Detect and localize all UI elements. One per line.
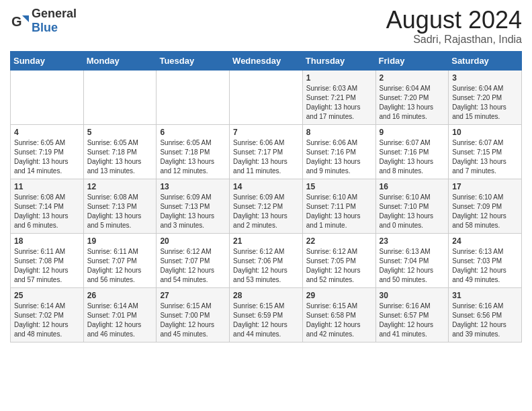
day-number: 29: [306, 291, 372, 300]
calendar-week-row: 25Sunrise: 6:14 AM Sunset: 7:02 PM Dayli…: [11, 287, 522, 342]
day-info: Sunrise: 6:05 AM Sunset: 7:18 PM Dayligh…: [87, 138, 153, 176]
logo-blue: Blue: [32, 21, 58, 34]
logo-icon: G: [10, 11, 29, 30]
calendar-cell: 21Sunrise: 6:12 AM Sunset: 7:06 PM Dayli…: [230, 233, 303, 287]
day-info: Sunrise: 6:10 AM Sunset: 7:11 PM Dayligh…: [306, 193, 372, 230]
calendar-cell: 15Sunrise: 6:10 AM Sunset: 7:11 PM Dayli…: [302, 179, 375, 233]
month-year-title: August 2024: [386, 7, 522, 34]
weekday-header-thursday: Thursday: [302, 51, 375, 70]
day-number: 28: [233, 291, 299, 300]
day-number: 18: [14, 236, 80, 246]
calendar-cell: 14Sunrise: 6:09 AM Sunset: 7:12 PM Dayli…: [230, 179, 303, 233]
calendar-cell: 7Sunrise: 6:06 AM Sunset: 7:17 PM Daylig…: [230, 124, 303, 179]
calendar-cell: 20Sunrise: 6:12 AM Sunset: 7:07 PM Dayli…: [157, 233, 230, 287]
calendar-cell: 26Sunrise: 6:14 AM Sunset: 7:01 PM Dayli…: [83, 287, 157, 342]
day-info: Sunrise: 6:04 AM Sunset: 7:20 PM Dayligh…: [452, 84, 518, 122]
day-info: Sunrise: 6:05 AM Sunset: 7:19 PM Dayligh…: [14, 138, 80, 176]
logo: G General Blue: [10, 7, 77, 35]
calendar-cell: [11, 70, 84, 124]
calendar-cell: 12Sunrise: 6:08 AM Sunset: 7:13 PM Dayli…: [83, 179, 157, 233]
day-info: Sunrise: 6:13 AM Sunset: 7:03 PM Dayligh…: [452, 247, 518, 285]
calendar-cell: 2Sunrise: 6:04 AM Sunset: 7:20 PM Daylig…: [375, 70, 449, 124]
day-info: Sunrise: 6:12 AM Sunset: 7:06 PM Dayligh…: [233, 247, 299, 285]
calendar-cell: 10Sunrise: 6:07 AM Sunset: 7:15 PM Dayli…: [449, 124, 522, 179]
day-number: 19: [87, 236, 153, 246]
day-info: Sunrise: 6:10 AM Sunset: 7:10 PM Dayligh…: [380, 193, 445, 230]
day-info: Sunrise: 6:12 AM Sunset: 7:05 PM Dayligh…: [306, 247, 372, 285]
day-number: 26: [87, 291, 153, 300]
calendar-cell: 4Sunrise: 6:05 AM Sunset: 7:19 PM Daylig…: [11, 124, 84, 179]
calendar-cell: 31Sunrise: 6:16 AM Sunset: 6:56 PM Dayli…: [449, 287, 522, 342]
calendar-cell: 5Sunrise: 6:05 AM Sunset: 7:18 PM Daylig…: [83, 124, 157, 179]
day-info: Sunrise: 6:09 AM Sunset: 7:13 PM Dayligh…: [160, 193, 226, 230]
day-number: 12: [87, 182, 153, 191]
title-area: August 2024 Sadri, Rajasthan, India: [386, 7, 522, 46]
weekday-header-sunday: Sunday: [11, 51, 84, 70]
weekday-header-tuesday: Tuesday: [157, 51, 230, 70]
weekday-header-monday: Monday: [83, 51, 157, 70]
day-number: 30: [380, 291, 445, 300]
calendar-cell: 28Sunrise: 6:15 AM Sunset: 6:59 PM Dayli…: [230, 287, 303, 342]
day-number: 1: [306, 73, 372, 83]
day-number: 11: [14, 182, 80, 191]
calendar-week-row: 1Sunrise: 6:03 AM Sunset: 7:21 PM Daylig…: [11, 70, 522, 124]
weekday-header-saturday: Saturday: [449, 51, 522, 70]
calendar-cell: 8Sunrise: 6:06 AM Sunset: 7:16 PM Daylig…: [302, 124, 375, 179]
day-info: Sunrise: 6:11 AM Sunset: 7:07 PM Dayligh…: [87, 247, 153, 285]
calendar-cell: 22Sunrise: 6:12 AM Sunset: 7:05 PM Dayli…: [302, 233, 375, 287]
day-info: Sunrise: 6:14 AM Sunset: 7:01 PM Dayligh…: [87, 302, 153, 339]
day-number: 2: [380, 73, 445, 83]
day-number: 8: [306, 128, 372, 137]
day-info: Sunrise: 6:07 AM Sunset: 7:16 PM Dayligh…: [380, 138, 445, 176]
calendar-cell: 24Sunrise: 6:13 AM Sunset: 7:03 PM Dayli…: [449, 233, 522, 287]
calendar-cell: 17Sunrise: 6:10 AM Sunset: 7:09 PM Dayli…: [449, 179, 522, 233]
calendar-cell: 30Sunrise: 6:16 AM Sunset: 6:57 PM Dayli…: [375, 287, 449, 342]
day-number: 13: [160, 182, 226, 191]
day-number: 23: [380, 236, 445, 246]
day-number: 4: [14, 128, 80, 137]
calendar-cell: 6Sunrise: 6:05 AM Sunset: 7:18 PM Daylig…: [157, 124, 230, 179]
day-info: Sunrise: 6:15 AM Sunset: 7:00 PM Dayligh…: [160, 302, 226, 339]
calendar-cell: 27Sunrise: 6:15 AM Sunset: 7:00 PM Dayli…: [157, 287, 230, 342]
svg-text:G: G: [11, 14, 22, 29]
calendar-cell: 23Sunrise: 6:13 AM Sunset: 7:04 PM Dayli…: [375, 233, 449, 287]
day-info: Sunrise: 6:08 AM Sunset: 7:14 PM Dayligh…: [14, 193, 80, 230]
day-info: Sunrise: 6:16 AM Sunset: 6:56 PM Dayligh…: [452, 302, 518, 339]
svg-marker-1: [22, 15, 29, 22]
logo-general: General: [32, 7, 77, 20]
calendar-cell: 25Sunrise: 6:14 AM Sunset: 7:02 PM Dayli…: [11, 287, 84, 342]
day-info: Sunrise: 6:15 AM Sunset: 6:59 PM Dayligh…: [233, 302, 299, 339]
day-number: 10: [452, 128, 518, 137]
calendar-table: SundayMondayTuesdayWednesdayThursdayFrid…: [10, 51, 522, 342]
calendar-cell: 11Sunrise: 6:08 AM Sunset: 7:14 PM Dayli…: [11, 179, 84, 233]
day-number: 6: [160, 128, 226, 137]
calendar-cell: 29Sunrise: 6:15 AM Sunset: 6:58 PM Dayli…: [302, 287, 375, 342]
day-info: Sunrise: 6:06 AM Sunset: 7:16 PM Dayligh…: [306, 138, 372, 176]
calendar-cell: [230, 70, 303, 124]
day-info: Sunrise: 6:05 AM Sunset: 7:18 PM Dayligh…: [160, 138, 226, 176]
day-number: 16: [380, 182, 445, 191]
day-info: Sunrise: 6:07 AM Sunset: 7:15 PM Dayligh…: [452, 138, 518, 176]
day-info: Sunrise: 6:11 AM Sunset: 7:08 PM Dayligh…: [14, 247, 80, 285]
day-number: 14: [233, 182, 299, 191]
day-number: 31: [452, 291, 518, 300]
location-subtitle: Sadri, Rajasthan, India: [386, 34, 522, 46]
day-number: 5: [87, 128, 153, 137]
calendar-week-row: 18Sunrise: 6:11 AM Sunset: 7:08 PM Dayli…: [11, 233, 522, 287]
calendar-cell: 18Sunrise: 6:11 AM Sunset: 7:08 PM Dayli…: [11, 233, 84, 287]
calendar-cell: 1Sunrise: 6:03 AM Sunset: 7:21 PM Daylig…: [302, 70, 375, 124]
day-number: 15: [306, 182, 372, 191]
day-info: Sunrise: 6:08 AM Sunset: 7:13 PM Dayligh…: [87, 193, 153, 230]
weekday-header-wednesday: Wednesday: [230, 51, 303, 70]
day-info: Sunrise: 6:09 AM Sunset: 7:12 PM Dayligh…: [233, 193, 299, 230]
calendar-cell: 9Sunrise: 6:07 AM Sunset: 7:16 PM Daylig…: [375, 124, 449, 179]
calendar-week-row: 4Sunrise: 6:05 AM Sunset: 7:19 PM Daylig…: [11, 124, 522, 179]
weekday-header-friday: Friday: [375, 51, 449, 70]
day-number: 24: [452, 236, 518, 246]
weekday-header-row: SundayMondayTuesdayWednesdayThursdayFrid…: [11, 51, 522, 70]
day-info: Sunrise: 6:14 AM Sunset: 7:02 PM Dayligh…: [14, 302, 80, 339]
calendar-cell: [83, 70, 157, 124]
day-number: 20: [160, 236, 226, 246]
calendar-cell: 3Sunrise: 6:04 AM Sunset: 7:20 PM Daylig…: [449, 70, 522, 124]
day-number: 27: [160, 291, 226, 300]
